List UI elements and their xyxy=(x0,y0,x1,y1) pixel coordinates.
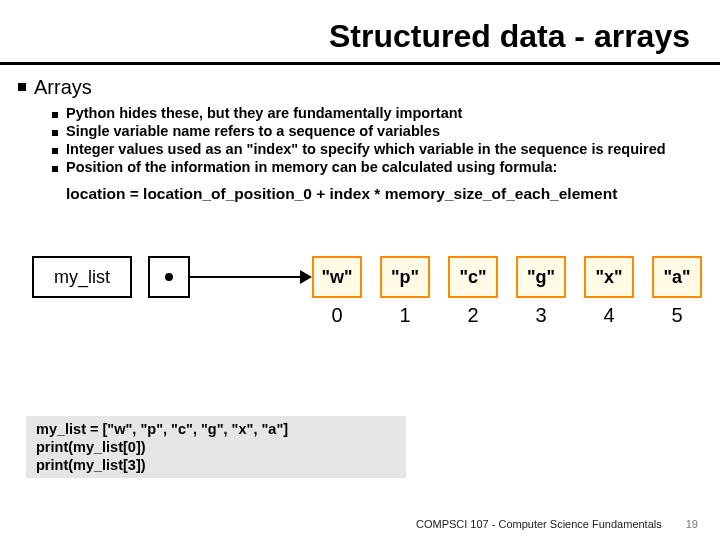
bullet-l2: Position of the information in memory ca… xyxy=(52,159,702,175)
bullet-square-icon xyxy=(52,148,58,154)
slide-title: Structured data - arrays xyxy=(329,18,690,55)
code-box: my_list = ["w", "p", "c", "g", "x", "a"]… xyxy=(26,416,406,478)
array-cell: "p" xyxy=(380,256,430,298)
bullet-l2: Single variable name refers to a sequenc… xyxy=(52,123,702,139)
heading-text: Arrays xyxy=(34,76,92,99)
array-cell: "a" xyxy=(652,256,702,298)
page-number: 19 xyxy=(686,518,698,530)
index-label: 1 xyxy=(380,304,430,327)
course-label: COMPSCI 107 - Computer Science Fundament… xyxy=(416,518,662,530)
pointer-dot-icon xyxy=(165,273,173,281)
bullet-square-icon xyxy=(52,112,58,118)
arrow-head-icon xyxy=(300,270,312,284)
array-cell: "w" xyxy=(312,256,362,298)
slide: Structured data - arrays Arrays Python h… xyxy=(0,0,720,540)
index-label: 2 xyxy=(448,304,498,327)
arrow-line-icon xyxy=(190,276,302,278)
variable-box: my_list xyxy=(32,256,132,298)
bullet-square-icon xyxy=(52,166,58,172)
content-area: Arrays Python hides these, but they are … xyxy=(18,76,702,203)
bullet-text: Position of the information in memory ca… xyxy=(66,159,557,175)
code-line: my_list = ["w", "p", "c", "g", "x", "a"] xyxy=(36,420,396,438)
formula-text: location = location_of_position_0 + inde… xyxy=(66,185,702,203)
array-cells: "w" "p" "c" "g" "x" "a" xyxy=(312,256,702,298)
bullet-l2: Integer values used as an "index" to spe… xyxy=(52,141,702,157)
bullet-text: Single variable name refers to a sequenc… xyxy=(66,123,440,139)
index-label: 5 xyxy=(652,304,702,327)
bullet-text: Integer values used as an "index" to spe… xyxy=(66,141,666,157)
title-rule xyxy=(0,62,720,65)
code-line: print(my_list[0]) xyxy=(36,438,396,456)
index-label: 4 xyxy=(584,304,634,327)
index-label: 0 xyxy=(312,304,362,327)
array-cell: "x" xyxy=(584,256,634,298)
pointer-box xyxy=(148,256,190,298)
index-label: 3 xyxy=(516,304,566,327)
index-row: 0 1 2 3 4 5 xyxy=(312,304,702,327)
bullet-square-icon xyxy=(52,130,58,136)
code-line: print(my_list[3]) xyxy=(36,456,396,474)
bullet-text: Python hides these, but they are fundame… xyxy=(66,105,462,121)
array-cell: "g" xyxy=(516,256,566,298)
bullet-l1: Arrays xyxy=(18,76,702,99)
bullet-l2: Python hides these, but they are fundame… xyxy=(52,105,702,121)
footer: COMPSCI 107 - Computer Science Fundament… xyxy=(416,518,698,530)
array-cell: "c" xyxy=(448,256,498,298)
bullet-square-icon xyxy=(18,83,26,91)
